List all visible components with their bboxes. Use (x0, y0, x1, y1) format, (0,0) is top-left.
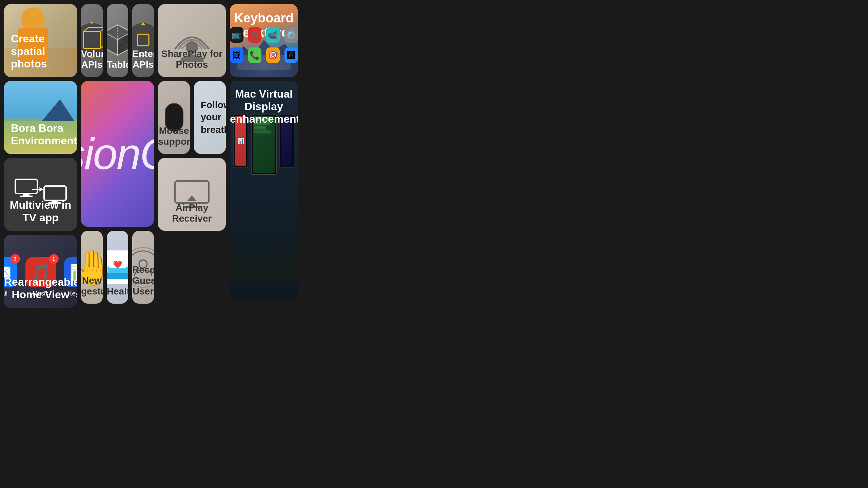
card-breathing[interactable]: Follow your breathing (194, 81, 226, 154)
bottom-feature-cards: 🤚 New gestures ❤️ (81, 231, 154, 304)
breathing-content: Follow your breathing (194, 92, 226, 143)
shareplay-text: SharePlay for Photos (161, 48, 223, 70)
svg-rect-2 (20, 196, 33, 197)
far-right-column: Keyboard breakthrough 📺 🎵 📹 ⚙️ 🖼 📞 🎯 🅰 (230, 4, 298, 300)
enterprise-text: Enterprise APIs (132, 48, 154, 70)
card-visionos[interactable]: visionOS (81, 81, 154, 227)
airplay-text: AirPlay Receiver (172, 202, 212, 224)
photos-app-icon: 🖼 (230, 47, 243, 63)
middle-column: Volumetric APIs Tab (81, 4, 154, 308)
volumetric-text: Volumetric APIs (81, 48, 103, 70)
tabletop-label: TabletopKit (107, 59, 129, 70)
card-volumetric[interactable]: Volumetric APIs (81, 4, 103, 77)
healthkit-text: HealthKit (107, 286, 129, 297)
card-healthkit[interactable]: ❤️ HealthKit (107, 231, 129, 304)
top-api-cards: Volumetric APIs Tab (81, 4, 154, 77)
tv-app-icon: 📺 (230, 27, 243, 43)
card-keyboard[interactable]: Keyboard breakthrough 📺 🎵 📹 ⚙️ 🖼 📞 🎯 🅰 (230, 4, 298, 77)
home-view-text: Rearrangeable Home View (4, 276, 77, 301)
volumetric-label: Volumetric APIs (81, 48, 103, 70)
appstore-icon: 🅰 (284, 47, 298, 63)
main-grid: Create spatial photos Bora Bora Environm… (0, 0, 868, 488)
keyboard-apps-row2: 🖼 📞 🎯 🅰 (230, 47, 298, 63)
right-middle-column: SharePlay for Photos Mouse support Follo… (158, 4, 226, 308)
music-badge: 1 (49, 254, 59, 264)
enterprise-label: Enterprise APIs (132, 48, 154, 70)
mouse-label: Mouse support (158, 125, 190, 147)
svg-rect-1 (23, 194, 29, 196)
svg-marker-23 (187, 196, 197, 201)
room-floor (230, 227, 298, 282)
settings-app-icon: ⚙️ (284, 27, 298, 43)
spatial-label: Create spatial photos (11, 33, 77, 70)
card-mac-virtual[interactable]: 📊 Mac Virtual D (230, 81, 298, 300)
spatial-photos-text: Create spatial photos (11, 33, 47, 70)
card-shareplay[interactable]: SharePlay for Photos (158, 4, 226, 77)
multiview-text: Multiview in TV app (10, 199, 71, 224)
bora-bora-text: Bora Bora Environment (11, 122, 77, 147)
healthkit-icon: ❤️ (107, 250, 129, 284)
card-guest-user[interactable]: Recent Guest User (132, 231, 154, 304)
airplay-label: AirPlay Receiver (158, 202, 226, 224)
home-view-label: Rearrangeable Home View (4, 276, 77, 301)
visionos-text: visionOS (81, 128, 154, 179)
healthkit-logo: ❤️ (107, 256, 129, 279)
card-enterprise[interactable]: Enterprise APIs (132, 4, 154, 77)
card-gestures[interactable]: 🤚 New gestures (81, 231, 103, 304)
mac-virtual-text: Mac Virtual Display enhancements (230, 88, 298, 125)
facetime2-icon: 📞 (248, 47, 262, 63)
music-app-icon: 🎵 (248, 27, 262, 43)
tabletop-icon-wrap (107, 21, 129, 60)
mouse-text: Mouse support (158, 125, 190, 147)
facetime-app-icon: 📹 (266, 27, 280, 43)
keynote2-icon: 🎯 (266, 47, 280, 63)
keyboard-apps-row: 📺 🎵 📹 ⚙️ (230, 27, 298, 43)
shareplay-label: SharePlay for Photos (158, 48, 226, 70)
svg-rect-3 (44, 186, 66, 200)
card-multiview[interactable]: Multiview in TV app (4, 158, 77, 231)
breathing-text: Follow your breathing (201, 99, 226, 136)
card-airplay[interactable]: AirPlay Receiver (158, 158, 226, 231)
card-tabletop[interactable]: TabletopKit (107, 4, 129, 77)
left-column: Create spatial photos Bora Bora Environm… (4, 4, 77, 308)
svg-rect-0 (15, 179, 37, 194)
card-bora-bora[interactable]: Bora Bora Environment (4, 81, 77, 154)
multiview-label: Multiview in TV app (4, 199, 77, 224)
gestures-label: New gestures (81, 275, 103, 297)
gestures-text: New gestures (81, 275, 103, 297)
mac-virtual-label-wrap: Mac Virtual Display enhancements (230, 88, 298, 125)
mail-badge: 3 (11, 254, 20, 264)
healthkit-label: HealthKit (107, 286, 129, 297)
card-home-view[interactable]: ✉️ 3 Mail 🎵 1 Music 📊 Keynote (4, 235, 77, 308)
bora-label: Bora Bora Environment (11, 122, 77, 147)
card-mouse[interactable]: Mouse support (158, 81, 190, 154)
card-spatial-photos[interactable]: Create spatial photos (4, 4, 77, 77)
guest-text: Recent Guest User (132, 264, 154, 297)
tabletop-svg (107, 21, 129, 59)
tabletop-text: TabletopKit (107, 59, 129, 70)
guest-label: Recent Guest User (132, 264, 154, 297)
